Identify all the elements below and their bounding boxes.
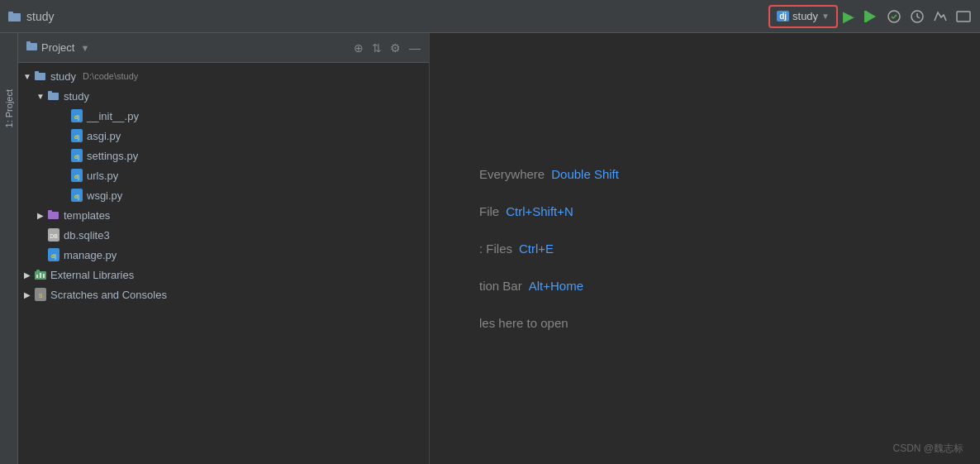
hint-label-everywhere: Everywhere: [479, 167, 545, 181]
py-file-icon-settings: dj: [69, 148, 84, 163]
db-file-icon: DB: [46, 227, 61, 242]
tree-item-label-sub: study: [64, 90, 89, 103]
folder-icon-small: [26, 41, 38, 54]
run-config-name: study: [792, 10, 818, 22]
svg-rect-7: [26, 43, 37, 50]
tree-item-label-templates: templates: [64, 209, 110, 222]
tree-item-label-init: __init__.py: [87, 110, 139, 122]
tree-item-templates[interactable]: ▶ templates: [18, 205, 429, 225]
collapse-icon[interactable]: ⇅: [372, 41, 382, 55]
expand-arrow-scratches[interactable]: ▶: [21, 290, 33, 299]
tree-item-settings-py[interactable]: dj settings.py: [18, 146, 429, 165]
svg-rect-32: [40, 273, 41, 278]
expand-arrow-ext[interactable]: ▶: [21, 270, 33, 280]
svg-text:dj: dj: [74, 134, 79, 141]
svg-rect-3: [864, 11, 867, 22]
hint-label-open: les here to open: [479, 316, 568, 330]
svg-rect-1: [8, 12, 13, 14]
tree-item-study-sub[interactable]: ▼ study: [18, 86, 429, 106]
svg-rect-10: [35, 71, 39, 74]
svg-rect-23: [48, 212, 59, 219]
py-file-icon: dj: [69, 108, 84, 123]
hint-key-file: Ctrl+Shift+N: [506, 204, 573, 218]
panel-header: Project ▼ ⊕ ⇅ ⚙ —: [18, 33, 429, 63]
tree-item-label-asgi: asgi.py: [87, 130, 121, 142]
tree-item-db-sqlite3[interactable]: DB db.sqlite3: [18, 225, 429, 245]
svg-rect-33: [43, 274, 45, 278]
run-config-dropdown[interactable]: ▼: [821, 12, 830, 21]
hint-label-files: : Files: [479, 242, 512, 256]
build-icon[interactable]: [932, 8, 949, 25]
svg-rect-30: [36, 270, 40, 272]
window-icon[interactable]: [955, 8, 972, 25]
search-hints: Everywhere Double Shift File Ctrl+Shift+…: [479, 167, 930, 330]
tree-item-label-settings: settings.py: [87, 150, 138, 162]
svg-text:dj: dj: [74, 154, 79, 160]
coverage-icon[interactable]: [886, 8, 902, 25]
hint-row-navbar: tion Bar Alt+Home: [479, 279, 930, 293]
panel-dropdown-arrow[interactable]: ▼: [80, 43, 89, 53]
tree-item-label-urls: urls.py: [87, 170, 118, 182]
py-file-icon-urls: dj: [69, 168, 84, 183]
tree-item-asgi-py[interactable]: dj asgi.py: [18, 126, 429, 146]
folder-icon-root: [33, 71, 48, 81]
tree-item-external-libs[interactable]: ▶ External Libraries: [18, 265, 429, 285]
hint-row-file: File Ctrl+Shift+N: [479, 204, 930, 218]
tree-item-label-external-libs: External Libraries: [50, 269, 134, 281]
minimize-icon[interactable]: —: [409, 41, 421, 55]
svg-text:dj: dj: [74, 114, 79, 121]
title-bar: study dj study ▼ ▶: [0, 0, 980, 33]
expand-arrow[interactable]: ▼: [35, 92, 46, 101]
settings-icon[interactable]: ⚙: [390, 41, 401, 55]
tree-item-label-wsgi: wsgi.py: [87, 189, 122, 202]
tree-item-study-root[interactable]: ▼ study D:\code\study: [18, 66, 429, 86]
svg-text:DB: DB: [50, 233, 58, 239]
hint-row-open: les here to open: [479, 316, 930, 330]
svg-rect-6: [957, 12, 970, 22]
file-tree: ▼ study D:\code\study ▼: [18, 63, 429, 464]
svg-rect-9: [35, 73, 45, 80]
profile-icon[interactable]: [909, 8, 925, 25]
tree-item-scratches[interactable]: ▶ S Scratches and Consoles: [18, 285, 429, 304]
project-tab-label[interactable]: 1: Project: [2, 83, 16, 134]
py-file-icon-asgi: dj: [69, 128, 84, 143]
scratches-icon: S: [33, 287, 48, 302]
debug-icon[interactable]: [863, 8, 879, 25]
locate-icon[interactable]: ⊕: [354, 41, 364, 55]
run-button[interactable]: ▶: [843, 7, 854, 26]
svg-rect-11: [48, 93, 59, 100]
window-title: study: [26, 10, 54, 23]
svg-text:dj: dj: [74, 174, 79, 180]
run-config-box[interactable]: dj study ▼: [768, 5, 838, 28]
svg-text:dj: dj: [74, 194, 79, 200]
main-layout: 1: Project Project ▼ ⊕ ⇅ ⚙ —: [0, 33, 980, 464]
svg-text:dj: dj: [51, 253, 56, 260]
watermark: CSDN @魏志标: [892, 442, 963, 456]
svg-rect-12: [48, 91, 52, 93]
tree-item-label-db: db.sqlite3: [64, 229, 110, 242]
tree-item-init-py[interactable]: dj __init__.py: [18, 106, 429, 126]
tree-item-urls-py[interactable]: dj urls.py: [18, 165, 429, 185]
hint-key-everywhere: Double Shift: [551, 167, 619, 181]
side-tab: 1: Project: [0, 33, 18, 464]
tree-item-manage-py[interactable]: dj manage.py: [18, 245, 429, 265]
title-bar-left: study: [8, 10, 768, 23]
hint-key-files: Ctrl+E: [519, 242, 554, 256]
folder-icon-sub: [46, 91, 61, 101]
hint-key-navbar: Alt+Home: [529, 279, 583, 293]
hint-row-files: : Files Ctrl+E: [479, 242, 930, 256]
hint-label-navbar: tion Bar: [479, 279, 522, 293]
svg-rect-24: [48, 210, 52, 213]
tree-item-label: study: [50, 70, 76, 83]
tree-item-label-scratches: Scratches and Consoles: [50, 289, 167, 301]
expand-arrow[interactable]: ▼: [21, 72, 33, 81]
hint-row-everywhere: Everywhere Double Shift: [479, 167, 930, 181]
svg-text:S: S: [39, 293, 43, 299]
svg-rect-31: [36, 275, 38, 278]
expand-arrow-templates[interactable]: ▶: [35, 211, 46, 220]
tree-item-path: D:\code\study: [83, 71, 138, 81]
external-libs-icon: [33, 268, 48, 281]
svg-marker-2: [866, 11, 876, 22]
tree-item-wsgi-py[interactable]: dj wsgi.py: [18, 185, 429, 205]
toolbar-icons: [863, 8, 972, 25]
